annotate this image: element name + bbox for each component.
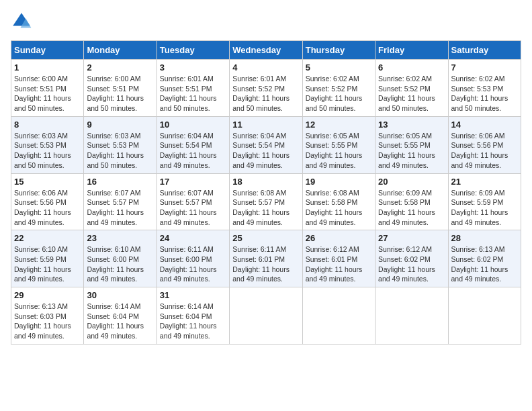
day-info: Sunrise: 6:06 AM Sunset: 5:56 PM Dayligh… [14,188,81,228]
day-cell-16: 16 Sunrise: 6:07 AM Sunset: 5:57 PM Dayl… [84,173,157,230]
day-number: 12 [306,120,372,130]
header-friday: Friday [375,41,448,60]
day-info: Sunrise: 6:12 AM Sunset: 6:02 PM Dayligh… [378,244,445,284]
day-number: 26 [306,233,372,243]
day-number: 18 [232,177,299,187]
day-number: 21 [451,177,518,187]
day-info: Sunrise: 6:13 AM Sunset: 6:03 PM Dayligh… [14,302,81,341]
day-number: 24 [160,233,226,243]
day-info: Sunrise: 6:09 AM Sunset: 5:58 PM Dayligh… [378,188,445,228]
day-number: 13 [378,120,445,130]
day-cell-19: 19 Sunrise: 6:08 AM Sunset: 5:58 PM Dayl… [302,173,375,230]
day-info: Sunrise: 6:05 AM Sunset: 5:55 PM Dayligh… [378,131,445,171]
day-cell-27: 27 Sunrise: 6:12 AM Sunset: 6:02 PM Dayl… [375,230,448,287]
week-row-3: 15 Sunrise: 6:06 AM Sunset: 5:56 PM Dayl… [11,173,521,230]
day-number: 22 [14,233,81,243]
calendar-header-row: SundayMondayTuesdayWednesdayThursdayFrid… [11,41,521,60]
day-info: Sunrise: 6:02 AM Sunset: 5:53 PM Dayligh… [451,74,518,113]
day-number: 28 [451,233,518,243]
day-number: 8 [14,120,81,130]
day-number: 2 [87,62,153,73]
day-info: Sunrise: 6:10 AM Sunset: 5:59 PM Dayligh… [14,244,81,284]
day-info: Sunrise: 6:14 AM Sunset: 6:04 PM Dayligh… [160,302,226,341]
day-info: Sunrise: 6:03 AM Sunset: 5:53 PM Dayligh… [87,131,153,171]
calendar-table: SundayMondayTuesdayWednesdayThursdayFrid… [11,40,521,345]
day-number: 1 [14,62,81,73]
day-info: Sunrise: 6:11 AM Sunset: 6:01 PM Dayligh… [232,244,299,284]
day-cell-26: 26 Sunrise: 6:12 AM Sunset: 6:01 PM Dayl… [302,230,375,287]
day-number: 5 [306,62,372,73]
day-cell-7: 7 Sunrise: 6:02 AM Sunset: 5:53 PM Dayli… [448,60,521,117]
day-number: 7 [451,62,518,73]
day-cell-11: 11 Sunrise: 6:04 AM Sunset: 5:54 PM Dayl… [230,116,302,173]
day-number: 11 [232,120,299,130]
day-info: Sunrise: 6:08 AM Sunset: 5:58 PM Dayligh… [306,188,372,228]
day-number: 27 [378,233,445,243]
day-number: 29 [14,290,81,300]
day-cell-24: 24 Sunrise: 6:11 AM Sunset: 6:00 PM Dayl… [157,230,229,287]
day-info: Sunrise: 6:03 AM Sunset: 5:53 PM Dayligh… [14,131,81,171]
day-number: 31 [160,290,226,300]
header-wednesday: Wednesday [230,41,302,60]
empty-cell [448,287,521,345]
day-cell-6: 6 Sunrise: 6:02 AM Sunset: 5:52 PM Dayli… [375,60,448,117]
day-cell-3: 3 Sunrise: 6:01 AM Sunset: 5:51 PM Dayli… [157,60,229,117]
day-info: Sunrise: 6:14 AM Sunset: 6:04 PM Dayligh… [87,302,153,341]
day-cell-10: 10 Sunrise: 6:04 AM Sunset: 5:54 PM Dayl… [157,116,229,173]
day-info: Sunrise: 6:00 AM Sunset: 5:51 PM Dayligh… [14,74,81,113]
empty-cell [302,287,375,345]
day-number: 15 [14,177,81,187]
day-info: Sunrise: 6:04 AM Sunset: 5:54 PM Dayligh… [232,131,299,171]
day-info: Sunrise: 6:02 AM Sunset: 5:52 PM Dayligh… [306,74,372,113]
day-cell-25: 25 Sunrise: 6:11 AM Sunset: 6:01 PM Dayl… [230,230,302,287]
day-number: 14 [451,120,518,130]
day-number: 3 [160,62,226,73]
day-info: Sunrise: 6:01 AM Sunset: 5:52 PM Dayligh… [232,74,299,113]
day-number: 6 [378,62,445,73]
day-info: Sunrise: 6:10 AM Sunset: 6:00 PM Dayligh… [87,244,153,284]
day-cell-4: 4 Sunrise: 6:01 AM Sunset: 5:52 PM Dayli… [230,60,302,117]
day-number: 10 [160,120,226,130]
week-row-4: 22 Sunrise: 6:10 AM Sunset: 5:59 PM Dayl… [11,230,521,287]
day-info: Sunrise: 6:13 AM Sunset: 6:02 PM Dayligh… [451,244,518,284]
logo [11,11,35,32]
day-info: Sunrise: 6:08 AM Sunset: 5:57 PM Dayligh… [232,188,299,228]
day-cell-12: 12 Sunrise: 6:05 AM Sunset: 5:55 PM Dayl… [302,116,375,173]
day-number: 25 [232,233,299,243]
day-cell-18: 18 Sunrise: 6:08 AM Sunset: 5:57 PM Dayl… [230,173,302,230]
empty-cell [375,287,448,345]
day-info: Sunrise: 6:11 AM Sunset: 6:00 PM Dayligh… [160,244,226,284]
day-info: Sunrise: 6:06 AM Sunset: 5:56 PM Dayligh… [451,131,518,171]
header-saturday: Saturday [448,41,521,60]
day-info: Sunrise: 6:01 AM Sunset: 5:51 PM Dayligh… [160,74,226,113]
day-number: 16 [87,177,153,187]
week-row-2: 8 Sunrise: 6:03 AM Sunset: 5:53 PM Dayli… [11,116,521,173]
page-header [11,11,521,32]
day-info: Sunrise: 6:05 AM Sunset: 5:55 PM Dayligh… [306,131,372,171]
day-info: Sunrise: 6:00 AM Sunset: 5:51 PM Dayligh… [87,74,153,113]
week-row-1: 1 Sunrise: 6:00 AM Sunset: 5:51 PM Dayli… [11,60,521,117]
day-cell-29: 29 Sunrise: 6:13 AM Sunset: 6:03 PM Dayl… [11,287,84,345]
header-thursday: Thursday [302,41,375,60]
header-monday: Monday [84,41,157,60]
day-cell-23: 23 Sunrise: 6:10 AM Sunset: 6:00 PM Dayl… [84,230,157,287]
day-cell-15: 15 Sunrise: 6:06 AM Sunset: 5:56 PM Dayl… [11,173,84,230]
day-cell-31: 31 Sunrise: 6:14 AM Sunset: 6:04 PM Dayl… [157,287,229,345]
logo-icon [11,11,32,32]
day-cell-9: 9 Sunrise: 6:03 AM Sunset: 5:53 PM Dayli… [84,116,157,173]
day-cell-17: 17 Sunrise: 6:07 AM Sunset: 5:57 PM Dayl… [157,173,229,230]
day-cell-5: 5 Sunrise: 6:02 AM Sunset: 5:52 PM Dayli… [302,60,375,117]
header-tuesday: Tuesday [157,41,229,60]
day-cell-13: 13 Sunrise: 6:05 AM Sunset: 5:55 PM Dayl… [375,116,448,173]
day-number: 9 [87,120,153,130]
day-number: 17 [160,177,226,187]
week-row-5: 29 Sunrise: 6:13 AM Sunset: 6:03 PM Dayl… [11,287,521,345]
day-info: Sunrise: 6:04 AM Sunset: 5:54 PM Dayligh… [160,131,226,171]
day-cell-30: 30 Sunrise: 6:14 AM Sunset: 6:04 PM Dayl… [84,287,157,345]
day-cell-1: 1 Sunrise: 6:00 AM Sunset: 5:51 PM Dayli… [11,60,84,117]
day-cell-28: 28 Sunrise: 6:13 AM Sunset: 6:02 PM Dayl… [448,230,521,287]
day-cell-8: 8 Sunrise: 6:03 AM Sunset: 5:53 PM Dayli… [11,116,84,173]
day-info: Sunrise: 6:07 AM Sunset: 5:57 PM Dayligh… [160,188,226,228]
day-cell-2: 2 Sunrise: 6:00 AM Sunset: 5:51 PM Dayli… [84,60,157,117]
day-number: 30 [87,290,153,300]
